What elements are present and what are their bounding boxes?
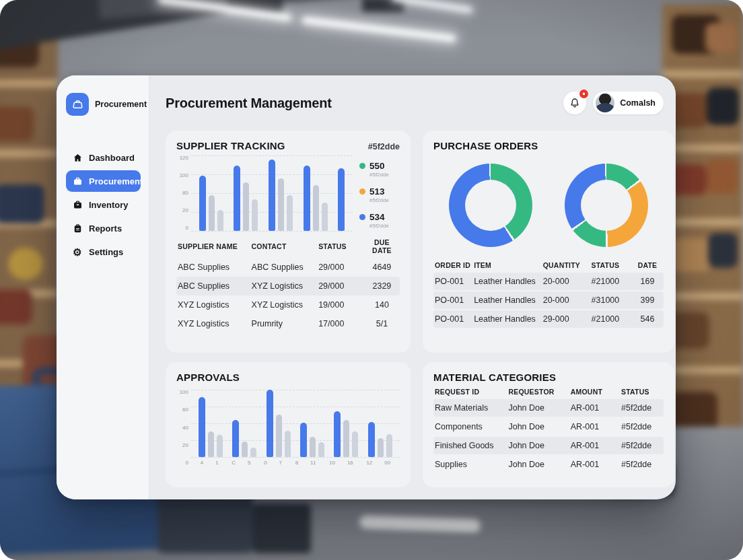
table-cell: 29-000	[542, 314, 590, 324]
legend-dot-icon	[359, 163, 365, 169]
gridline	[191, 457, 400, 458]
table-cell: AR-001	[569, 403, 620, 413]
bar	[287, 195, 293, 231]
bar	[232, 420, 239, 457]
table-row[interactable]: PO-001Leather Handles20-000#31000399	[433, 291, 664, 309]
card-title: SUPPLIER TRACKING	[176, 140, 285, 151]
bar-group	[199, 155, 223, 231]
notifications-button[interactable]	[563, 92, 586, 114]
x-tick-label: 10	[329, 460, 335, 466]
table-row[interactable]: ComponentsJohn DoeAR-001#5f2dde	[433, 418, 664, 435]
column-header: DATE	[631, 258, 664, 273]
sidebar-item-reports[interactable]: Reports	[66, 217, 141, 239]
table-row[interactable]: XYZ LogisticsPrumrity17/0005/1	[176, 314, 400, 333]
table-row[interactable]: ABC SuppliesABC Supplies29/0004649	[176, 258, 400, 277]
bar	[322, 203, 328, 231]
background-bag	[707, 88, 739, 125]
background-bag	[708, 233, 738, 268]
x-tick-label: 00	[384, 460, 390, 466]
sidebar-item-label: Inventory	[89, 200, 129, 210]
background-bag	[0, 289, 32, 324]
table-header-row: REQUEST IDREQUESTORAMOUNTSTATUS	[433, 384, 664, 399]
table-cell: #31000	[590, 295, 632, 305]
table-cell: Leather Handles	[472, 295, 542, 305]
table-cell: John Doe	[507, 460, 569, 469]
table-row[interactable]: SuppliesJohn DoeAR-001#5f2dde	[433, 456, 664, 473]
x-tick-label: 0	[264, 460, 267, 466]
briefcase-icon	[72, 176, 83, 186]
table-row[interactable]: ABC SuppliesXYZ Logistics29/0002329	[176, 277, 400, 295]
chart-legend: 550#5f2dde513#5f2dde534#5f2dde	[359, 155, 400, 231]
table-cell: XYZ Logistics	[250, 300, 318, 310]
purchase-orders-table: ORDER IDITEMQUANTITYSTATUSDATEPO-001Leat…	[433, 258, 664, 328]
plot-area	[191, 390, 400, 457]
bar	[250, 448, 256, 457]
donut-hole	[465, 180, 516, 231]
background-bag	[0, 184, 44, 223]
bar-group	[338, 155, 345, 231]
x-tick-label: 4	[201, 460, 203, 466]
table-cell: 4649	[364, 262, 400, 272]
table-cell: ABC Supplies	[250, 262, 318, 272]
bar	[368, 422, 375, 457]
sidebar: Procurement DashboardProcurementInventor…	[57, 75, 149, 499]
user-name: Comalsh	[620, 98, 656, 108]
bar	[243, 182, 249, 231]
bar	[343, 420, 349, 457]
table-row[interactable]: Raw MaterialsJohn DoeAR-001#5f2dde	[433, 399, 664, 417]
bar	[300, 423, 307, 457]
table-row[interactable]: PO-001Leather Handles29-000#21000546	[433, 310, 664, 328]
user-menu[interactable]: Comalsh	[593, 92, 664, 114]
y-tick-label: 0	[186, 225, 188, 231]
bar-group	[300, 390, 324, 457]
sidebar-item-procurement[interactable]: Procurement	[66, 170, 141, 192]
table-cell: 140	[364, 300, 400, 310]
bar-group	[368, 390, 392, 457]
column-header: REQUEST ID	[433, 384, 507, 399]
card-title: APPROVALS	[176, 372, 240, 383]
supplier-table: SUPPLIER NAMECONTACTSTATUSDUE DATEABC Su…	[176, 235, 400, 333]
bar	[269, 160, 275, 231]
screenshot-root: Procurement DashboardProcurementInventor…	[0, 0, 743, 560]
x-tick-label: 11	[310, 460, 316, 466]
material-categories-card: MATERIAL CATEGORIES REQUEST IDREQUESTORA…	[423, 362, 674, 487]
table-cell: ABC Supplies	[176, 281, 250, 291]
supplier-tracking-card: SUPPLIER TRACKING #5f2dde 12010080200 55…	[166, 131, 411, 353]
bar	[199, 397, 205, 457]
sidebar-item-settings[interactable]: ⚙Settings	[66, 241, 141, 262]
table-cell: Components	[433, 422, 507, 431]
y-tick-label: 100	[180, 390, 188, 395]
sidebar-item-inventory[interactable]: Inventory	[66, 194, 141, 215]
bar	[310, 437, 316, 457]
table-row[interactable]: PO-001Leather Handles20-000#21000169	[433, 273, 664, 290]
card-title: PURCHASE ORDERS	[433, 140, 538, 151]
legend-item: 534#5f2dde	[359, 212, 400, 229]
x-tick-label: 1	[215, 460, 218, 466]
bar-group	[267, 390, 291, 457]
purchase-orders-donut-right	[565, 164, 648, 247]
x-tick-label: 12	[366, 460, 372, 466]
column-header: AMOUNT	[569, 384, 620, 399]
table-cell: PO-001	[433, 277, 472, 286]
inventory-icon	[72, 199, 83, 210]
approvals-card: APPROVALS 100604020041C50781110161200	[166, 362, 411, 487]
legend-item: 513#5f2dde	[359, 186, 400, 203]
sidebar-item-dashboard[interactable]: Dashboard	[66, 147, 141, 168]
bar	[234, 166, 240, 231]
background-bag	[705, 23, 738, 53]
notification-badge	[579, 90, 588, 98]
card-code: #5f2dde	[368, 142, 400, 151]
table-cell: Supplies	[433, 460, 507, 469]
table-row[interactable]: Finished GoodsJohn DoeAR-001#5f2dde	[433, 437, 664, 454]
donut-hole	[581, 180, 632, 231]
table-cell: AR-001	[569, 422, 620, 431]
table-row[interactable]: XYZ LogisticsXYZ Logistics19/000140	[176, 295, 400, 314]
table-cell: #21000	[590, 314, 632, 324]
background-bag	[670, 238, 711, 272]
brand-name: Procurement	[95, 100, 147, 109]
table-cell: 399	[631, 295, 664, 305]
table-cell: 546	[631, 314, 664, 324]
table-cell: XYZ Logistics	[176, 319, 250, 328]
table-cell: John Doe	[507, 422, 569, 431]
topbar-actions: Comalsh	[563, 92, 664, 114]
